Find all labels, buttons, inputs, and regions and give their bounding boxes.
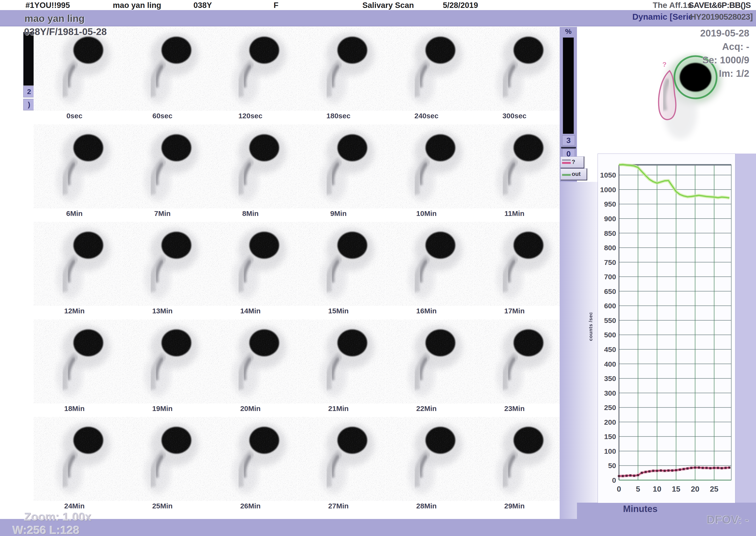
frame-time-label: 13Min (122, 307, 203, 315)
svg-text:550: 550 (604, 317, 616, 324)
frame-time-label: 27Min (297, 502, 379, 510)
frame-time-label: 15Min (297, 307, 379, 315)
frame-cell[interactable]: 0sec (34, 27, 121, 124)
frame-cell[interactable]: 28Min (386, 417, 473, 515)
frame-time-label: 23Min (474, 405, 555, 413)
frame-time-label: 22Min (386, 405, 467, 413)
scintigram-image (297, 417, 386, 501)
scintigram-image (474, 417, 562, 501)
scale-max-button[interactable]: 3 (562, 135, 575, 146)
frame-cell[interactable]: 24Min (34, 417, 121, 515)
svg-text:800: 800 (604, 244, 616, 252)
scintigram-image (34, 319, 121, 404)
svg-text:15: 15 (672, 485, 680, 493)
chart-right-gutter (734, 153, 756, 536)
svg-text:600: 600 (604, 302, 616, 310)
scintigram-image (386, 27, 473, 111)
frame-time-label: 7Min (122, 210, 203, 218)
svg-text:900: 900 (604, 215, 616, 223)
svg-text:850: 850 (604, 229, 616, 237)
frame-cell[interactable]: 16Min (386, 222, 473, 319)
scintigram-image (34, 222, 121, 306)
roi-legend-pink[interactable]: ? (561, 156, 584, 168)
patient-age: 038Y (193, 1, 212, 10)
frame-cell[interactable]: 18Min (34, 319, 121, 417)
svg-text:10: 10 (653, 485, 662, 493)
svg-text:350: 350 (604, 375, 616, 383)
frame-cell[interactable]: 11Min (474, 124, 562, 222)
scintigram-image (474, 27, 562, 111)
frame-cell[interactable]: 9Min (297, 124, 386, 222)
frame-time-label: 240sec (386, 112, 467, 120)
scintigram-image (386, 417, 473, 501)
frame-time-label: 28Min (386, 502, 467, 510)
frame-cell[interactable]: 21Min (297, 319, 386, 417)
frame-time-label: 24Min (34, 502, 115, 510)
frame-cell[interactable]: 300sec (474, 27, 562, 124)
roi-legend-pink-label: ? (572, 159, 575, 165)
frame-cell[interactable]: 20Min (210, 319, 297, 417)
frame-cell[interactable]: 26Min (210, 417, 297, 515)
scintigram-image (474, 319, 562, 404)
scintigram-image (210, 27, 297, 111)
frame-cell[interactable]: 60sec (122, 27, 210, 124)
svg-text:250: 250 (604, 404, 616, 412)
svg-text:200: 200 (604, 418, 616, 426)
frame-cell[interactable]: 22Min (386, 319, 473, 417)
time-activity-chart-panel: 0501001502002503003504004505005506006507… (598, 153, 735, 503)
frame-cell[interactable]: 240sec (386, 27, 473, 124)
frame-cell[interactable]: 6Min (34, 124, 121, 222)
image-series: Se: 1000/9 (702, 55, 749, 65)
svg-text:450: 450 (604, 346, 616, 353)
frame-time-label: 29Min (474, 502, 555, 510)
frame-cell[interactable]: 14Min (210, 222, 297, 319)
frame-time-label: 8Min (210, 210, 291, 218)
svg-text:25: 25 (710, 485, 719, 493)
dfov-indicator: DFOV: - (706, 513, 749, 526)
series-id-overlap: HY20190528023] (690, 12, 753, 21)
window-level-indicator: W:256 L:128 (13, 523, 80, 536)
left-scale-lower-button[interactable]: ) (23, 99, 35, 110)
frame-cell[interactable]: 17Min (474, 222, 562, 319)
frame-time-label: 300sec (474, 112, 555, 120)
chart-left-gutter (560, 182, 598, 536)
scintigram-image (210, 124, 297, 209)
scintigram-image (297, 27, 386, 111)
frame-cell[interactable]: 12Min (34, 222, 121, 319)
frame-cell[interactable]: 180sec (297, 27, 386, 124)
frame-cell[interactable]: 120sec (210, 27, 297, 124)
frame-cell[interactable]: 15Min (297, 222, 386, 319)
frame-cell[interactable]: 8Min (210, 124, 297, 222)
scintigram-image (386, 124, 473, 209)
svg-text:950: 950 (604, 200, 616, 208)
svg-text:0: 0 (612, 476, 616, 484)
frame-time-label: 10Min (386, 210, 467, 218)
svg-text:650: 650 (604, 287, 616, 295)
study-date: 5/28/2019 (443, 1, 478, 10)
frame-cell[interactable]: 10Min (386, 124, 473, 222)
scintigram-image (122, 319, 210, 404)
intensity-colorbar (563, 37, 574, 134)
frame-cell[interactable]: 19Min (122, 319, 210, 417)
patient-header: #1YOU!!995 mao yan ling 038Y F Salivary … (0, 0, 756, 10)
frame-time-label: 12Min (34, 307, 115, 315)
left-scale-upper-button[interactable]: 2 (23, 86, 35, 97)
series-label: Dynamic [Serie (633, 12, 693, 21)
frame-cell[interactable]: 25Min (122, 417, 210, 515)
study-name: Salivary Scan (362, 1, 414, 10)
frame-time-label: 9Min (297, 210, 379, 218)
patient-name: mao yan ling (113, 1, 161, 10)
svg-text:1050: 1050 (600, 171, 616, 179)
frame-cell[interactable]: 23Min (474, 319, 562, 417)
scintigram-image (122, 222, 210, 306)
scintigram-image (386, 222, 473, 306)
frame-cell[interactable]: 7Min (122, 124, 210, 222)
frame-time-label: 11Min (474, 210, 555, 218)
frame-cell[interactable]: 29Min (474, 417, 562, 515)
image-number: Im: 1/2 (719, 68, 749, 79)
svg-text:100: 100 (604, 447, 616, 455)
roi-legend-out[interactable]: out (561, 168, 587, 181)
svg-text:500: 500 (604, 331, 616, 339)
frame-cell[interactable]: 27Min (297, 417, 386, 515)
frame-cell[interactable]: 13Min (122, 222, 210, 319)
